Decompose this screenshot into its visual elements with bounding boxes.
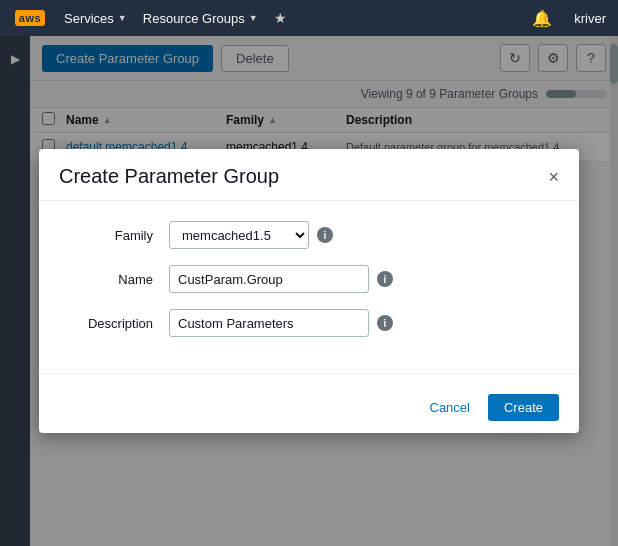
name-form-row: Name i [59,265,559,293]
name-input[interactable] [169,265,369,293]
modal-body: Family memcached1.4 memcached1.5 redis2.… [39,201,579,365]
modal-footer: Cancel Create [39,382,579,433]
services-chevron-icon: ▼ [118,13,127,23]
description-input[interactable] [169,309,369,337]
main-background: ▶ Create Parameter Group Delete ↻ ⚙ ? Vi… [0,36,618,546]
resource-groups-nav-link[interactable]: Resource Groups ▼ [143,11,258,26]
resource-groups-label: Resource Groups [143,11,245,26]
family-select[interactable]: memcached1.4 memcached1.5 redis2.6 redis… [169,221,309,249]
services-label: Services [64,11,114,26]
modal-close-button[interactable]: × [548,168,559,186]
description-form-row: Description i [59,309,559,337]
family-input-wrap: memcached1.4 memcached1.5 redis2.6 redis… [169,221,333,249]
create-parameter-group-modal: Create Parameter Group × Family memcache… [39,149,579,433]
description-info-icon[interactable]: i [377,315,393,331]
cancel-button[interactable]: Cancel [422,394,478,421]
description-input-wrap: i [169,309,393,337]
top-navigation: aws Services ▼ Resource Groups ▼ ★ 🔔 kri… [0,0,618,36]
username-label: kriver [574,11,606,26]
family-label: Family [59,228,169,243]
name-label: Name [59,272,169,287]
family-form-row: Family memcached1.4 memcached1.5 redis2.… [59,221,559,249]
modal-title: Create Parameter Group [59,165,279,188]
aws-logo: aws [12,6,48,30]
bookmark-icon[interactable]: ★ [274,10,287,26]
bell-icon[interactable]: 🔔 [526,9,558,28]
family-info-icon[interactable]: i [317,227,333,243]
create-button[interactable]: Create [488,394,559,421]
name-input-wrap: i [169,265,393,293]
modal-header: Create Parameter Group × [39,149,579,201]
services-nav-link[interactable]: Services ▼ [64,11,127,26]
modal-divider [39,373,579,374]
name-info-icon[interactable]: i [377,271,393,287]
resource-groups-chevron-icon: ▼ [249,13,258,23]
description-label: Description [59,316,169,331]
modal-overlay: Create Parameter Group × Family memcache… [0,36,618,546]
